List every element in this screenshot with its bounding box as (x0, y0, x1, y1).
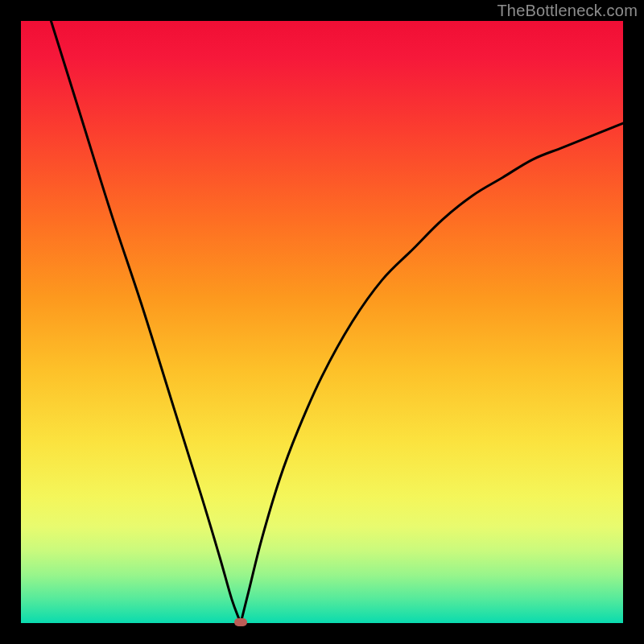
curve-left-branch (51, 21, 241, 623)
chart-curve-layer (21, 21, 623, 623)
chart-minimum-marker (234, 618, 247, 626)
curve-right-branch (241, 123, 623, 623)
chart-frame: TheBottleneck.com (0, 0, 644, 644)
watermark-text: TheBottleneck.com (497, 2, 638, 20)
